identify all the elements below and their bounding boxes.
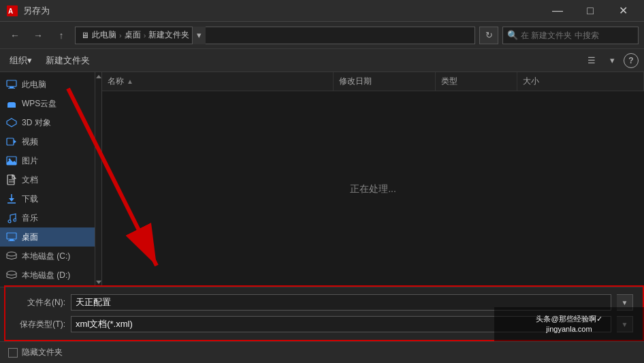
col-header-date[interactable]: 修改日期 [334, 72, 436, 91]
minimize-button[interactable]: — [542, 0, 573, 22]
refresh-button[interactable]: ↻ [479, 27, 498, 44]
cloud-icon [5, 97, 18, 110]
svg-point-27 [7, 252, 16, 256]
svg-point-23 [14, 219, 16, 221]
music-icon [5, 212, 18, 224]
video-icon [5, 136, 18, 148]
title-bar: A 另存为 — □ ✕ [0, 0, 644, 22]
scroll-up-arrow[interactable] [96, 75, 101, 78]
sidebar-item-d-drive[interactable]: 本地磁盘 (D:) [0, 266, 95, 285]
filetype-dropdown-btn[interactable]: ▼ [617, 316, 633, 332]
sidebar-pictures-label: 图片 [22, 155, 38, 167]
new-folder-button[interactable]: 新建文件夹 [42, 53, 94, 68]
sidebar-item-desktop[interactable]: 桌面 [0, 227, 95, 247]
sidebar-desktop-label: 桌面 [22, 232, 38, 243]
search-input[interactable] [521, 31, 634, 40]
filename-input[interactable] [71, 294, 611, 311]
col-date-label: 修改日期 [339, 76, 372, 87]
sidebar-item-computer[interactable]: 此电脑 [0, 75, 95, 94]
window-controls: — □ ✕ [542, 0, 639, 22]
bottom-section: 文件名(N): ▼ 保存类型(T): ▼ [0, 287, 644, 341]
disk-c-icon [5, 250, 18, 262]
breadcrumb-computer-label: 此电脑 [92, 29, 116, 41]
download-icon [5, 193, 18, 205]
scroll-down-arrow[interactable] [96, 281, 101, 284]
sidebar-music-label: 音乐 [22, 212, 38, 224]
filetype-input[interactable] [71, 316, 611, 332]
breadcrumb-folder[interactable]: 新建文件夹 [148, 29, 189, 41]
sidebar-computer-label: 此电脑 [22, 79, 46, 91]
desktop-icon [5, 231, 18, 243]
app-icon: A [5, 4, 19, 18]
sidebar-item-3d[interactable]: 3D 对象 [0, 113, 95, 132]
up-button[interactable]: ↑ [52, 26, 71, 45]
filetype-label: 保存类型(T): [11, 319, 65, 330]
breadcrumb-folder-label: 新建文件夹 [148, 29, 189, 41]
sidebar-scrollbar[interactable] [95, 72, 102, 287]
sidebar-item-pictures[interactable]: 图片 [0, 151, 95, 170]
computer-icon: 🖥 [81, 31, 89, 40]
organize-button[interactable]: 组织▾ [5, 53, 36, 68]
filename-dropdown-btn[interactable]: ▼ [617, 294, 633, 311]
breadcrumb-sep2: › [144, 31, 146, 40]
col-type-label: 类型 [441, 76, 457, 87]
search-icon: 🔍 [507, 30, 518, 40]
search-box[interactable]: 🔍 [502, 27, 639, 44]
view-controls: ☰ ▾ ? [583, 52, 639, 69]
breadcrumb-desktop[interactable]: 桌面 [125, 29, 141, 41]
breadcrumb-computer[interactable]: 🖥 此电脑 [81, 29, 116, 41]
breadcrumb-sep1: › [119, 31, 122, 40]
col-header-size[interactable]: 大小 [517, 72, 644, 91]
sort-arrow-icon: ▲ [127, 78, 133, 85]
close-button[interactable]: ✕ [607, 0, 639, 22]
svg-marker-20 [9, 198, 14, 202]
svg-point-28 [7, 271, 16, 275]
col-header-type[interactable]: 类型 [436, 72, 517, 91]
forward-button[interactable]: → [29, 26, 48, 45]
processing-text: 正在处理... [350, 183, 396, 195]
sidebar-downloads-label: 下载 [22, 193, 38, 205]
svg-marker-11 [14, 140, 16, 144]
address-toolbar: ← → ↑ 🖥 此电脑 › 桌面 › 新建文件夹 ▾ ↻ 🔍 [0, 22, 644, 49]
sidebar-ddrive-label: 本地磁盘 (D:) [22, 270, 70, 281]
sidebar-item-downloads[interactable]: 下载 [0, 189, 95, 208]
sidebar-item-music[interactable]: 音乐 [0, 208, 95, 227]
sidebar-item-others[interactable]: Others (E:) [0, 285, 95, 287]
help-button[interactable]: ? [624, 53, 639, 68]
col-name-label: 名称 [108, 76, 124, 87]
hide-files-checkbox[interactable] [8, 348, 18, 358]
sidebar-item-c-drive[interactable]: 本地磁盘 (C:) [0, 247, 95, 266]
3d-icon [5, 116, 18, 129]
sidebar-video-label: 视频 [22, 136, 38, 148]
bottom-bar: 隐藏文件夹 [0, 341, 644, 363]
maximize-button[interactable]: □ [575, 0, 606, 22]
svg-rect-4 [8, 88, 15, 89]
hide-files-label: 隐藏文件夹 [22, 347, 63, 358]
sidebar: 此电脑 WPS云盘 3D 对象 视频 [0, 72, 95, 287]
svg-rect-10 [7, 138, 14, 145]
address-dropdown-btn[interactable]: ▾ [192, 27, 206, 44]
svg-rect-26 [8, 240, 15, 241]
sidebar-item-wps[interactable]: WPS云盘 [0, 94, 95, 113]
file-header: 名称 ▲ 修改日期 类型 大小 [102, 72, 644, 91]
address-bar[interactable]: 🖥 此电脑 › 桌面 › 新建文件夹 ▾ [75, 27, 475, 44]
sidebar-item-docs[interactable]: 文档 [0, 170, 95, 189]
organize-label: 组织▾ [10, 54, 32, 67]
svg-marker-9 [7, 119, 16, 127]
breadcrumb-desktop-label: 桌面 [125, 29, 141, 41]
back-button[interactable]: ← [5, 26, 25, 45]
view-toggle-button[interactable]: ☰ [583, 52, 600, 69]
sidebar-item-video[interactable]: 视频 [0, 132, 95, 151]
disk-d-icon [5, 269, 18, 281]
file-content-area: 正在处理... [102, 91, 644, 287]
second-toolbar: 组织▾ 新建文件夹 ☰ ▾ ? [0, 49, 644, 72]
svg-rect-3 [10, 86, 14, 88]
svg-rect-25 [10, 239, 14, 240]
sidebar-cdrive-label: 本地磁盘 (C:) [22, 251, 70, 262]
image-icon [5, 155, 18, 167]
filename-row: 文件名(N): ▼ [11, 294, 633, 311]
svg-rect-2 [7, 80, 16, 86]
svg-point-22 [8, 220, 11, 223]
col-header-name[interactable]: 名称 ▲ [102, 72, 334, 91]
view-dropdown-button[interactable]: ▾ [603, 52, 621, 69]
